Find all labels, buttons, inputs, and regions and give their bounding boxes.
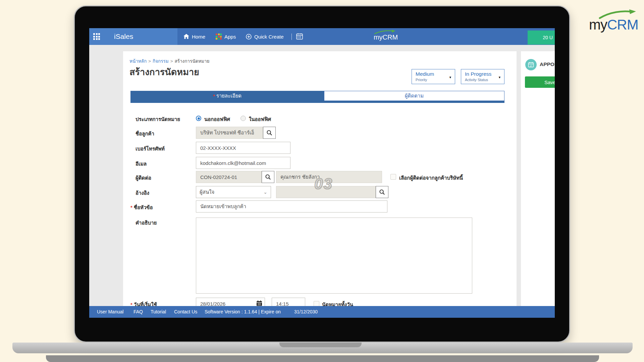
laptop-notch [279, 343, 362, 347]
tab-bar: * รายละเอียด ผู้ติดตาม [130, 91, 504, 103]
side-panel-title: APPOINTMENT [540, 61, 555, 67]
priority-value: Medium [416, 71, 446, 77]
app-footer: User Manual FAQ Tutorial Contact Us Soft… [89, 306, 555, 318]
reference-select[interactable]: ผู้สนใจ ⌄ [196, 186, 271, 198]
save-button[interactable]: Save [525, 76, 555, 88]
contact-from-company-label: เลือกผู้ติดต่อจากลูกค้าบริษัทนี้ [399, 174, 463, 182]
priority-label: Priority [416, 78, 446, 82]
radio-outside-office-label: นอกออฟฟิศ [204, 115, 230, 123]
nav-home[interactable]: Home [183, 28, 205, 45]
side-panel: 17 APPOINTMENT Save [521, 51, 555, 306]
required-asterisk: * [213, 93, 215, 99]
customer-input[interactable] [196, 127, 263, 139]
tab-followers-label: ผู้ติดตาม [405, 92, 424, 100]
breadcrumb-current: สร้างการนัดหมาย [175, 59, 210, 64]
main-form-card: หน้าหลัก>กิจกรรม>สร้างการนัดหมาย สร้างกา… [123, 51, 517, 306]
svg-text:17: 17 [530, 65, 532, 67]
contact-search-button[interactable] [262, 171, 274, 183]
footer-user-manual-link[interactable]: User Manual [97, 306, 123, 318]
nav-home-label: Home [192, 34, 205, 40]
search-icon [265, 174, 271, 180]
priority-dropdown[interactable]: Medium Priority ▼ [412, 69, 455, 84]
watermark: 03 [314, 175, 333, 193]
activity-status-label: Activity Status [465, 78, 495, 82]
caret-down-icon: ▼ [449, 76, 452, 79]
chevron-down-icon: ⌄ [263, 189, 267, 195]
app-screen: iSales Home Apps Quick Create [89, 28, 555, 318]
radio-in-office-label: ในออฟฟิศ [249, 115, 271, 123]
breadcrumb: หน้าหลัก>กิจกรรม>สร้างการนัดหมาย [129, 57, 209, 65]
customer-search-button[interactable] [263, 127, 276, 139]
caret-down-icon: ▼ [498, 76, 501, 79]
description-textarea[interactable] [196, 218, 472, 294]
footer-contact-us-link[interactable]: Contact Us [174, 306, 197, 318]
license-button[interactable]: 20 U [528, 31, 555, 45]
subject-input[interactable] [196, 200, 387, 213]
radio-outside-office[interactable] [196, 116, 201, 121]
nav-quick-create-label: Quick Create [254, 34, 284, 40]
phone-label: เบอร์โทรศัพท์ [136, 145, 165, 153]
tab-followers[interactable]: ผู้ติดตาม [324, 91, 504, 101]
reference-label: อ้างอิง [136, 189, 149, 197]
navbar-mycrm-logo: myCRM [370, 29, 402, 41]
tab-details-label: รายละเอียด [216, 92, 241, 100]
customer-label: ชื่อลูกค้า [136, 130, 154, 138]
nav-divider [291, 34, 292, 40]
email-label: อีเมล [136, 160, 147, 168]
contact-label: ผู้ติดต่อ [136, 174, 151, 182]
page-title: สร้างการนัดหมาย [129, 65, 199, 79]
contact-from-company-checkbox[interactable] [390, 174, 396, 180]
app-launcher[interactable]: iSales [89, 28, 177, 45]
reference-search-button[interactable] [376, 186, 388, 198]
top-navbar: iSales Home Apps Quick Create [89, 28, 555, 45]
breadcrumb-home[interactable]: หน้าหลัก [129, 59, 147, 64]
footer-faq-link[interactable]: FAQ [133, 306, 143, 318]
app-name: iSales [114, 33, 133, 41]
breadcrumb-activities[interactable]: กิจกรรม [153, 59, 169, 64]
mycrm-brand-logo: myCRM [589, 9, 641, 33]
brand-text: myCRM [589, 17, 638, 33]
reference-selected-value: ผู้สนใจ [200, 188, 214, 196]
tab-details[interactable]: * รายละเอียด [130, 91, 324, 101]
activity-status-dropdown[interactable]: In Progress Activity Status ▼ [461, 69, 504, 84]
phone-input[interactable] [196, 142, 290, 154]
contact-code-input[interactable] [196, 171, 262, 183]
nav-apps-label: Apps [224, 34, 236, 40]
navbar-logo-text: myCRM [374, 34, 398, 41]
subject-label: *ชื่อหัวข้อ [130, 203, 153, 212]
apps-icon [216, 34, 222, 40]
required-asterisk: * [130, 204, 132, 210]
footer-expire-date: 31/12/2030 [294, 306, 318, 318]
radio-in-office[interactable] [240, 116, 246, 121]
footer-tutorial-link[interactable]: Tutorial [151, 306, 166, 318]
appointment-type-label: ประเภทการนัดหมาย [136, 115, 180, 123]
laptop-stand [46, 355, 599, 362]
nav-quick-create[interactable]: Quick Create [246, 28, 284, 45]
nav-calendar-icon[interactable] [296, 33, 303, 41]
footer-version-text: Software Version : 1.1.64 | Expire on [205, 306, 281, 318]
activity-status-value: In Progress [465, 71, 495, 77]
appointment-icon: 17 [525, 59, 537, 70]
tab-underline [130, 101, 504, 103]
home-icon [183, 34, 189, 39]
waffle-icon [93, 33, 100, 40]
description-label: คำอธิบาย [136, 219, 157, 227]
plus-circle-icon [246, 34, 252, 40]
search-icon [266, 130, 272, 136]
nav-apps[interactable]: Apps [216, 28, 236, 45]
search-icon [379, 189, 385, 195]
email-input[interactable] [196, 157, 290, 169]
